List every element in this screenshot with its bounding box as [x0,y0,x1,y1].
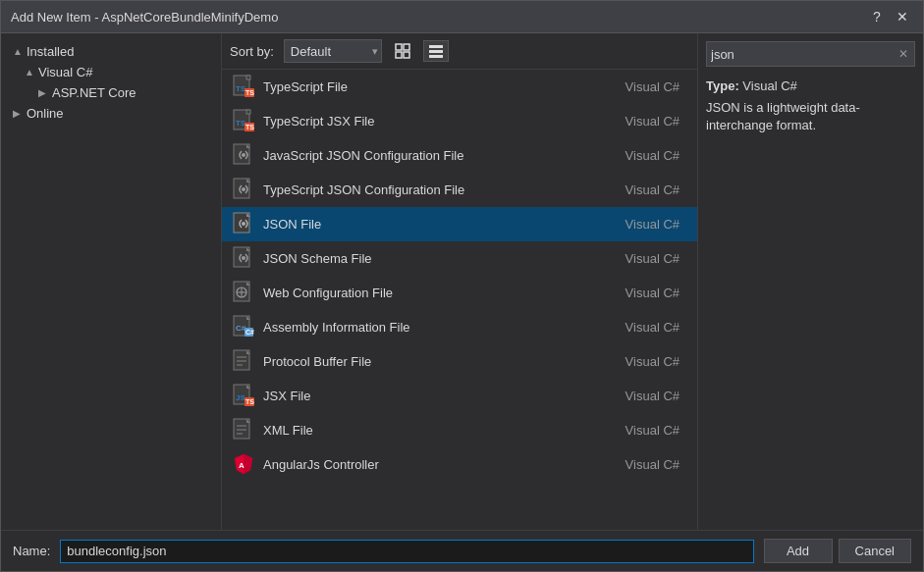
type-description: Type: Visual C# [706,78,915,93]
file-icon-json-schema [232,246,255,270]
file-category: Visual C# [625,217,687,232]
search-input[interactable] [711,47,897,62]
search-bar: ✕ [706,41,915,67]
file-name: TypeScript JSON Configuration File [263,182,618,197]
file-icon-ts: TS TS [232,75,255,98]
svg-point-20 [242,187,245,191]
left-panel: ▲ Installed ▲ Visual C# ▶ ASP.NET Core ▶… [1,33,222,530]
file-icon-js-config [232,143,255,167]
svg-point-22 [242,222,245,226]
file-category: Visual C# [625,320,687,335]
dialog-title: Add New Item - AspNetCoreBundleMinifyDem… [11,10,278,25]
help-button[interactable]: ? [866,7,888,26]
file-icon-angular: A [232,452,255,476]
file-icon-json [232,212,255,235]
file-name: JSON File [263,217,618,232]
file-icon-tsx: TS TS [232,109,255,132]
file-category: Visual C# [625,251,687,266]
list-item[interactable]: TypeScript JSON Configuration File Visua… [222,173,697,207]
file-icon-proto [232,349,255,373]
bottom-bar: Name: Add Cancel [1,530,923,571]
file-name: TypeScript JSX File [263,114,618,129]
cancel-button[interactable]: Cancel [839,539,911,563]
add-button[interactable]: Add [764,539,833,563]
list-item-selected[interactable]: JSON File Visual C# [222,207,697,241]
items-list: TS TS TypeScript File Visual C# [222,70,697,530]
file-name: JSX File [263,389,618,403]
list-item[interactable]: Protocol Buffer File Visual C# [222,344,697,379]
sort-select[interactable]: Default Name Type [284,39,382,63]
file-name: Protocol Buffer File [263,354,618,369]
file-category: Visual C# [625,354,687,369]
file-category: Visual C# [625,79,687,94]
add-new-item-dialog: Add New Item - AspNetCoreBundleMinifyDem… [0,0,924,572]
tree-item-online[interactable]: ▶ Online [1,103,221,124]
dialog-body: ▲ Installed ▲ Visual C# ▶ ASP.NET Core ▶… [1,33,923,530]
name-label: Name: [13,544,50,558]
svg-point-24 [242,256,245,260]
center-panel: Sort by: Default Name Type [222,33,697,530]
online-arrow: ▶ [13,108,23,119]
svg-text:TS: TS [245,124,254,130]
svg-rect-3 [404,52,409,58]
list-item[interactable]: A AngularJs Controller Visual C# [222,447,697,482]
svg-point-18 [242,153,245,157]
close-button[interactable]: ✕ [892,7,913,26]
file-category: Visual C# [625,286,687,300]
file-name: XML File [263,423,618,438]
file-category: Visual C# [625,114,687,129]
svg-text:TS: TS [245,398,254,405]
grid-view-button[interactable] [390,40,415,62]
visual-cs-arrow: ▲ [25,67,34,78]
list-item[interactable]: TS TS TypeScript File Visual C# [222,70,697,104]
list-item[interactable]: JS TS JSX File Visual C# [222,379,697,413]
file-name: AngularJs Controller [263,457,618,472]
svg-text:TS: TS [245,89,254,96]
name-input[interactable] [60,540,753,563]
list-item[interactable]: JSON Schema File Visual C# [222,241,697,276]
type-label: Type: [706,78,739,93]
file-name: Assembly Information File [263,320,618,335]
tree-item-visual-cs[interactable]: ▲ Visual C# [1,62,221,82]
sort-label: Sort by: [230,44,274,59]
svg-rect-0 [396,44,402,50]
list-item[interactable]: XML File Visual C# [222,413,697,447]
svg-text:JS: JS [236,393,245,402]
file-name: JavaScript JSON Configuration File [263,148,618,163]
installed-label: Installed [27,44,74,59]
svg-rect-6 [429,55,443,58]
file-name: Web Configuration File [263,286,618,300]
svg-rect-5 [429,50,443,53]
svg-rect-8 [246,76,250,79]
svg-rect-2 [396,52,402,58]
installed-arrow: ▲ [13,46,23,57]
sort-select-wrapper: Default Name Type [284,39,382,63]
grid-icon [395,43,410,59]
tree-item-asp-net-core[interactable]: ▶ ASP.NET Core [1,82,221,103]
list-item[interactable]: C# C# Assembly Information File Visual C… [222,310,697,344]
online-label: Online [27,106,64,121]
file-icon-jsx: JS TS [232,384,255,407]
file-category: Visual C# [625,148,687,163]
file-category: Visual C# [625,423,687,438]
file-category: Visual C# [625,389,687,403]
file-name: TypeScript File [263,79,618,94]
tree-item-installed[interactable]: ▲ Installed [1,41,221,62]
file-icon-web-config [232,281,255,304]
svg-rect-1 [404,44,409,50]
search-clear-button[interactable]: ✕ [897,47,910,61]
list-item[interactable]: Web Configuration File Visual C# [222,276,697,310]
center-toolbar: Sort by: Default Name Type [222,33,697,70]
file-category: Visual C# [625,182,687,197]
list-item[interactable]: JavaScript JSON Configuration File Visua… [222,138,697,173]
visual-cs-label: Visual C# [38,65,92,79]
list-view-button[interactable] [423,40,449,62]
file-icon-ts-config [232,178,255,201]
svg-rect-13 [246,110,250,114]
type-value: Visual C# [742,78,796,93]
svg-text:C#: C# [245,329,254,336]
title-bar: Add New Item - AspNetCoreBundleMinifyDem… [1,1,923,33]
file-icon-xml [232,418,255,442]
list-icon [428,43,444,59]
list-item[interactable]: TS TS TypeScript JSX File Visual C# [222,104,697,138]
